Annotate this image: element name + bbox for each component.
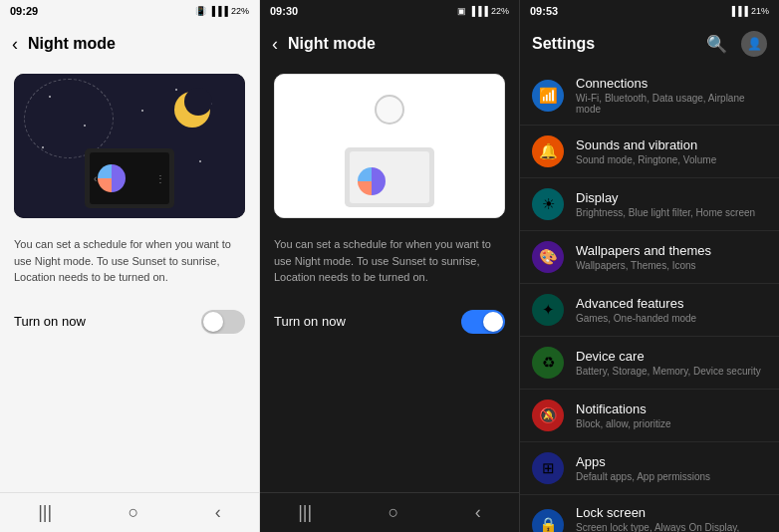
page-title-1: Night mode <box>28 35 116 53</box>
sounds-text: Sounds and vibration Sound mode, Rington… <box>576 137 767 165</box>
panel-settings: 09:53 ▐▐▐ 21% Settings 🔍 👤 📶 Connections… <box>520 0 779 532</box>
phone-chevron: ‹ <box>94 173 97 184</box>
header-2: ‹ Night mode <box>260 22 519 66</box>
lock-screen-subtitle: Screen lock type, Always On Display, Clo… <box>576 522 767 532</box>
phone-dots: ⋮ <box>155 173 165 184</box>
page-title-2: Night mode <box>288 35 376 53</box>
advanced-icon: ✦ <box>532 294 564 326</box>
panel-night-mode-dark: 09:30 ▣ ▐▐▐ 22% ‹ Night mode You can set… <box>260 0 520 532</box>
connections-text: Connections Wi-Fi, Bluetooth, Data usage… <box>576 76 767 115</box>
lock-screen-text: Lock screen Screen lock type, Always On … <box>576 505 767 532</box>
notifications-icon: 🔕 <box>532 399 564 431</box>
recent-apps-button-2[interactable]: ||| <box>298 502 312 523</box>
pie-chart-1 <box>98 164 126 192</box>
advanced-text: Advanced features Games, One-handed mode <box>576 296 767 324</box>
status-icons-2: ▣ ▐▐▐ 22% <box>457 6 509 16</box>
search-icon[interactable]: 🔍 <box>706 34 727 55</box>
notifications-text: Notifications Block, allow, prioritize <box>576 401 767 429</box>
advanced-subtitle: Games, One-handed mode <box>576 313 767 324</box>
toggle-switch-1[interactable] <box>201 310 245 334</box>
sounds-title: Sounds and vibration <box>576 137 767 152</box>
toggle-label-2: Turn on now <box>274 314 346 329</box>
wallpapers-text: Wallpapers and themes Wallpapers, Themes… <box>576 243 767 271</box>
screenshot-icon: ▣ <box>457 6 466 16</box>
battery-icon-1: 22% <box>231 6 249 16</box>
back-button-1[interactable]: ‹ <box>12 34 18 55</box>
status-time-3: 09:53 <box>530 5 558 17</box>
home-button-2[interactable]: ○ <box>389 502 399 523</box>
panel-night-mode-light: 09:29 📳 ▐▐▐ 22% ‹ Night mode <box>0 0 260 532</box>
vibrate-icon-1: 📳 <box>195 6 206 16</box>
advanced-title: Advanced features <box>576 296 767 311</box>
notifications-subtitle: Block, allow, prioritize <box>576 418 767 429</box>
back-nav-button-1[interactable]: ‹ <box>215 502 221 523</box>
settings-item-wallpapers[interactable]: 🎨 Wallpapers and themes Wallpapers, Them… <box>520 231 779 284</box>
apps-icon: ⊞ <box>532 452 564 484</box>
recent-apps-button-1[interactable]: ||| <box>38 502 52 523</box>
apps-text: Apps Default apps, App permissions <box>576 454 767 482</box>
toggle-row-2: Turn on now <box>260 300 519 344</box>
display-text: Display Brightness, Blue light filter, H… <box>576 190 767 218</box>
wallpapers-subtitle: Wallpapers, Themes, Icons <box>576 260 767 271</box>
settings-title: Settings <box>532 35 595 53</box>
sounds-icon: 🔔 <box>532 135 564 167</box>
settings-header: Settings 🔍 👤 <box>520 22 779 66</box>
moon-icon <box>174 92 210 128</box>
status-time-1: 09:29 <box>10 5 38 17</box>
home-button-1[interactable]: ○ <box>129 502 139 523</box>
toggle-label-1: Turn on now <box>14 314 86 329</box>
status-bar-3: 09:53 ▐▐▐ 21% <box>520 0 779 22</box>
signal-icon-3: ▐▐▐ <box>729 6 748 16</box>
status-time-2: 09:30 <box>270 5 298 17</box>
toggle-row-1: Turn on now <box>0 300 259 344</box>
settings-item-apps[interactable]: ⊞ Apps Default apps, App permissions <box>520 442 779 495</box>
display-title: Display <box>576 190 767 205</box>
night-illustration-1: ‹ ⋮ <box>14 74 245 218</box>
status-bar-1: 09:29 📳 ▐▐▐ 22% <box>0 0 259 22</box>
device-care-text: Device care Battery, Storage, Memory, De… <box>576 349 767 377</box>
settings-list: 📶 Connections Wi-Fi, Bluetooth, Data usa… <box>520 66 779 532</box>
connections-title: Connections <box>576 76 767 91</box>
back-button-2[interactable]: ‹ <box>272 34 278 55</box>
display-icon: ☀ <box>532 188 564 220</box>
header-1: ‹ Night mode <box>0 22 259 66</box>
lock-screen-title: Lock screen <box>576 505 767 520</box>
display-subtitle: Brightness, Blue light filter, Home scre… <box>576 207 767 218</box>
wallpapers-icon: 🎨 <box>532 241 564 273</box>
battery-icon-3: 21% <box>751 6 769 16</box>
bottom-nav-1: ||| ○ ‹ <box>0 492 259 532</box>
settings-header-icons: 🔍 👤 <box>706 31 767 57</box>
settings-item-device-care[interactable]: ♻ Device care Battery, Storage, Memory, … <box>520 337 779 390</box>
toggle-knob-2 <box>483 312 503 332</box>
sun-icon <box>375 95 404 125</box>
settings-item-advanced[interactable]: ✦ Advanced features Games, One-handed mo… <box>520 284 779 337</box>
settings-item-display[interactable]: ☀ Display Brightness, Blue light filter,… <box>520 178 779 231</box>
device-care-subtitle: Battery, Storage, Memory, Device securit… <box>576 366 767 377</box>
bottom-nav-2: ||| ○ ‹ <box>260 492 519 532</box>
apps-subtitle: Default apps, App permissions <box>576 471 767 482</box>
connections-subtitle: Wi-Fi, Bluetooth, Data usage, Airplane m… <box>576 93 767 115</box>
status-icons-3: ▐▐▐ 21% <box>729 6 769 16</box>
settings-item-connections[interactable]: 📶 Connections Wi-Fi, Bluetooth, Data usa… <box>520 66 779 126</box>
dashed-arc-1 <box>24 79 114 158</box>
phone-mockup-2 <box>345 147 434 207</box>
signal-icon-1: ▐▐▐ <box>209 6 228 16</box>
status-bar-2: 09:30 ▣ ▐▐▐ 22% <box>260 0 519 22</box>
settings-item-lock-screen[interactable]: 🔒 Lock screen Screen lock type, Always O… <box>520 495 779 532</box>
pie-chart-2 <box>358 167 386 195</box>
apps-title: Apps <box>576 454 767 469</box>
sounds-subtitle: Sound mode, Ringtone, Volume <box>576 154 767 165</box>
back-nav-button-2[interactable]: ‹ <box>475 502 481 523</box>
description-2: You can set a schedule for when you want… <box>260 226 519 296</box>
lock-screen-icon: 🔒 <box>532 509 564 533</box>
connections-icon: 📶 <box>532 80 564 112</box>
signal-icon-2: ▐▐▐ <box>469 6 488 16</box>
wallpapers-title: Wallpapers and themes <box>576 243 767 258</box>
settings-item-notifications[interactable]: 🔕 Notifications Block, allow, prioritize <box>520 390 779 442</box>
profile-avatar[interactable]: 👤 <box>741 31 767 57</box>
toggle-knob-1 <box>203 312 223 332</box>
description-1: You can set a schedule for when you want… <box>0 226 259 296</box>
settings-item-sounds[interactable]: 🔔 Sounds and vibration Sound mode, Ringt… <box>520 126 779 178</box>
night-illustration-2 <box>274 74 505 218</box>
toggle-switch-2[interactable] <box>461 310 505 334</box>
